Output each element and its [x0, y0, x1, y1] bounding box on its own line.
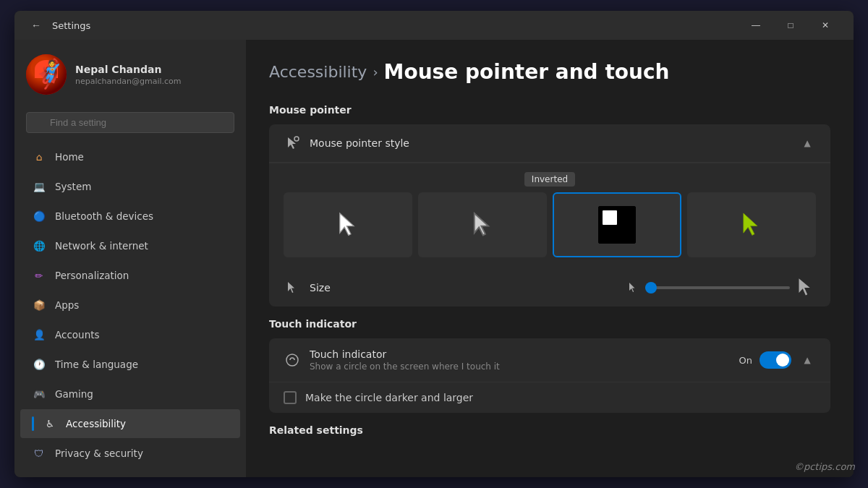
user-info: Nepal Chandan nepalchandan@gmail.com: [75, 64, 234, 86]
sidebar-label-bluetooth: Bluetooth & devices: [55, 210, 229, 222]
size-controls: [628, 278, 816, 298]
pointer-styles-section: Inverted: [269, 163, 830, 269]
sidebar-label-accessibility: Accessibility: [66, 418, 229, 429]
touch-indicator-right: On ▲: [739, 351, 816, 369]
sidebar-item-accounts[interactable]: 👤Accounts: [20, 320, 240, 349]
sidebar-label-apps: Apps: [55, 299, 229, 311]
user-name: Nepal Chandan: [75, 64, 234, 75]
network-icon: 🌐: [32, 239, 46, 253]
cursor-option-outline[interactable]: [418, 192, 547, 257]
avatar: [26, 54, 67, 95]
sidebar-item-gaming[interactable]: 🎮Gaming: [20, 380, 240, 408]
mouse-pointer-card: Mouse pointer style ▲ Inverted: [269, 124, 830, 307]
touch-toggle[interactable]: [760, 351, 791, 369]
svg-point-1: [286, 354, 298, 366]
size-icon: [284, 279, 301, 296]
close-button[interactable]: ✕: [809, 14, 842, 37]
mouse-pointer-section-title: Mouse pointer: [269, 104, 830, 116]
sidebar-item-accessibility[interactable]: ♿Accessibility: [20, 409, 240, 438]
touch-icon: [284, 351, 301, 369]
size-slider[interactable]: [645, 286, 790, 289]
tooltip-badge: Inverted: [524, 172, 575, 187]
checkbox-row: Make the circle darker and larger: [269, 382, 830, 413]
titlebar-title: Settings: [52, 20, 90, 31]
pointer-style-icon: [284, 134, 301, 152]
apps-icon: 📦: [32, 298, 46, 312]
cursor-option-white[interactable]: [284, 192, 412, 257]
breadcrumb-parent[interactable]: Accessibility: [269, 63, 367, 81]
nav-list: ⌂Home💻System🔵Bluetooth & devices🌐Network…: [14, 142, 246, 477]
breadcrumb-separator: ›: [373, 64, 378, 80]
pointer-style-text: Mouse pointer style: [310, 137, 790, 149]
cursor-option-custom[interactable]: [687, 192, 816, 257]
sidebar-label-network: Network & internet: [55, 240, 229, 252]
accessibility-icon: ♿: [43, 416, 57, 431]
sidebar-label-gaming: Gaming: [55, 388, 229, 400]
sidebar-label-accounts: Accounts: [55, 329, 229, 341]
touch-indicator-row: Touch indicator Show a circle on the scr…: [269, 338, 830, 382]
sidebar-label-time: Time & language: [55, 359, 229, 370]
touch-chevron[interactable]: ▲: [799, 351, 816, 369]
personalization-icon: ✏: [32, 268, 46, 283]
cursor-option-inverted[interactable]: [553, 192, 681, 257]
sidebar-label-system: System: [55, 181, 229, 192]
touch-indicator-section-title: Touch indicator: [269, 318, 830, 330]
time-icon: 🕐: [32, 357, 46, 372]
titlebar: ← Settings — □ ✕: [14, 11, 854, 40]
settings-window: ← Settings — □ ✕ Nepal Chandan nepalchan…: [14, 11, 854, 477]
search-input[interactable]: [26, 112, 234, 133]
size-label: Size: [310, 282, 619, 294]
related-settings-title: Related settings: [269, 424, 830, 436]
pointer-style-label: Mouse pointer style: [310, 137, 790, 149]
minimize-button[interactable]: —: [739, 14, 773, 37]
sidebar: Nepal Chandan nepalchandan@gmail.com 🔍 ⌂…: [14, 40, 246, 477]
content-area: Nepal Chandan nepalchandan@gmail.com 🔍 ⌂…: [14, 40, 854, 477]
titlebar-controls: — □ ✕: [739, 14, 842, 37]
windows-icon: ⟳: [32, 476, 46, 477]
sidebar-label-personalization: Personalization: [55, 270, 229, 281]
bluetooth-icon: 🔵: [32, 209, 46, 223]
search-container: 🔍: [14, 106, 246, 142]
pointer-tooltip: Inverted: [284, 172, 816, 187]
active-indicator: [32, 416, 34, 431]
touch-indicator-sublabel: Show a circle on the screen where I touc…: [310, 361, 731, 372]
sidebar-item-bluetooth[interactable]: 🔵Bluetooth & devices: [20, 202, 240, 231]
user-email: nepalchandan@gmail.com: [75, 77, 234, 86]
sidebar-item-privacy[interactable]: 🛡Privacy & security: [20, 439, 240, 468]
maximize-button[interactable]: □: [774, 14, 807, 37]
sidebar-label-home: Home: [55, 151, 229, 163]
privacy-icon: 🛡: [32, 446, 46, 461]
sidebar-item-personalization[interactable]: ✏Personalization: [20, 261, 240, 290]
accounts-icon: 👤: [32, 328, 46, 342]
darker-circle-checkbox[interactable]: [284, 391, 297, 404]
touch-indicator-card: Touch indicator Show a circle on the scr…: [269, 338, 830, 413]
size-row: Size: [269, 269, 830, 307]
back-button[interactable]: ←: [26, 15, 46, 35]
toggle-on-label: On: [739, 355, 752, 366]
breadcrumb: Accessibility › Mouse pointer and touch: [269, 60, 830, 84]
main-content: Accessibility › Mouse pointer and touch …: [246, 40, 854, 477]
touch-indicator-text: Touch indicator Show a circle on the scr…: [310, 348, 731, 372]
sidebar-item-system[interactable]: 💻System: [20, 172, 240, 201]
user-profile[interactable]: Nepal Chandan nepalchandan@gmail.com: [14, 40, 246, 106]
sidebar-item-windows[interactable]: ⟳Windows Update: [20, 468, 240, 477]
svg-point-0: [294, 137, 299, 141]
sidebar-label-privacy: Privacy & security: [55, 448, 229, 459]
gaming-icon: 🎮: [32, 387, 46, 401]
pointer-style-chevron[interactable]: ▲: [799, 134, 816, 152]
checkbox-label: Make the circle darker and larger: [305, 392, 473, 403]
pointer-grid: [284, 192, 816, 257]
system-icon: 💻: [32, 179, 46, 194]
home-icon: ⌂: [32, 150, 46, 164]
touch-indicator-label: Touch indicator: [310, 348, 731, 360]
sidebar-item-network[interactable]: 🌐Network & internet: [20, 231, 240, 260]
size-text: Size: [310, 282, 619, 294]
mouse-pointer-style-row: Mouse pointer style ▲: [269, 124, 830, 163]
search-wrapper: 🔍: [26, 112, 234, 133]
breadcrumb-current: Mouse pointer and touch: [384, 60, 670, 84]
sidebar-item-apps[interactable]: 📦Apps: [20, 291, 240, 320]
sidebar-item-home[interactable]: ⌂Home: [20, 142, 240, 171]
sidebar-item-time[interactable]: 🕐Time & language: [20, 350, 240, 379]
